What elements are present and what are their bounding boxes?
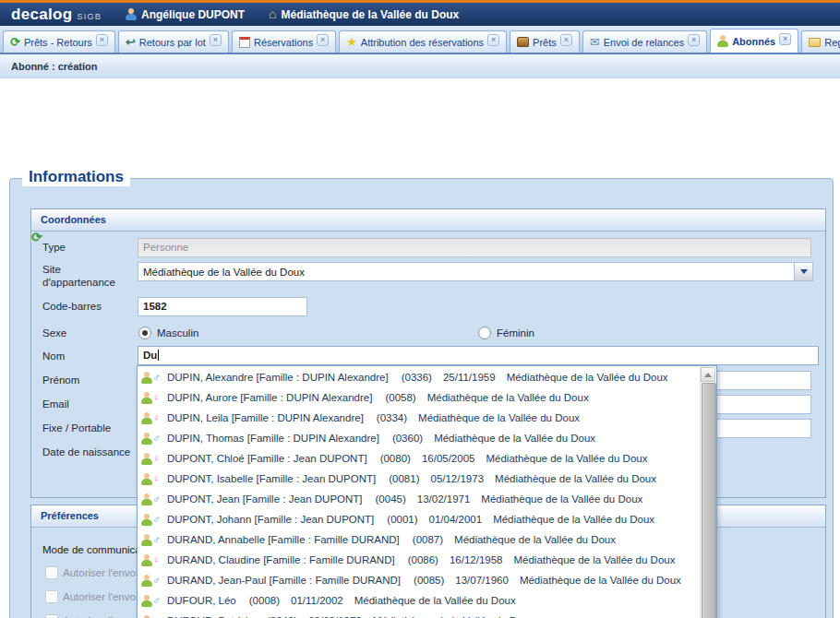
person-green-icon xyxy=(141,554,152,566)
subscriber-site: Médiathèque de la Vallée du Doux xyxy=(513,554,675,565)
app: decalog SIGB Angélique DUPONT ⌂ Médiathè… xyxy=(0,0,840,618)
tab-label: Attribution des réservations xyxy=(361,37,484,48)
list-item[interactable]: ♀DUFOUR, Patricia(0046)02/02/1972Médiath… xyxy=(138,611,700,618)
text-caret xyxy=(158,350,159,361)
subscriber-site: Médiathèque de la Vallée du Doux xyxy=(495,473,656,484)
close-icon[interactable]: × xyxy=(210,34,222,46)
tab-envoi-de-relances[interactable]: ✉Envoi de relances× xyxy=(582,30,707,53)
dropdown-list: ♂DUPIN, Alexandre [Famille : DUPIN Alexa… xyxy=(138,367,700,618)
subscriber-site: Médiathèque de la Vallée du Doux xyxy=(354,595,516,606)
person-green-icon xyxy=(141,392,152,404)
list-item[interactable]: ♂DUPONT, Jean [Famille : Jean DUPONT](00… xyxy=(138,489,700,509)
site-select[interactable]: Médiathèque de la Vallée du Doux xyxy=(138,262,813,281)
tab-label: Prêts xyxy=(533,37,557,48)
subscriber-birthdate: 16/05/2005 xyxy=(422,453,475,464)
subscriber-name: DUFOUR, Léo xyxy=(167,595,236,606)
refresh-icon[interactable]: ⟳ xyxy=(31,232,42,244)
list-item[interactable]: ♀DURAND, Claudine [Famille : Famille DUR… xyxy=(138,550,700,570)
barcode-field[interactable]: 1582 xyxy=(138,297,307,316)
male-icon: ♂ xyxy=(152,534,161,546)
site-select-value: Médiathèque de la Vallée du Doux xyxy=(138,267,794,278)
star-icon: ★ xyxy=(346,36,357,48)
barcode-value: 1582 xyxy=(143,301,167,312)
close-icon[interactable]: × xyxy=(317,34,329,46)
tab-pr-ts-retours[interactable]: ⟳Prêts - Retours× xyxy=(3,30,115,53)
subscriber-name: DURAND, Claudine [Famille : Famille DURA… xyxy=(167,554,395,565)
close-icon[interactable]: × xyxy=(487,34,499,46)
tab-label: Abonnés xyxy=(732,36,775,47)
male-icon: ♂ xyxy=(152,595,161,607)
list-item[interactable]: ♂DURAND, Annabelle [Famille : Famille DU… xyxy=(138,529,700,550)
female-icon: ♀ xyxy=(152,615,161,618)
site-select-button[interactable] xyxy=(794,263,812,280)
person-green-icon xyxy=(717,35,728,47)
current-user-label: Angélique DUPONT xyxy=(141,8,245,21)
tab-attribution-des-r-servations[interactable]: ★Attribution des réservations× xyxy=(339,30,507,53)
sexe-label: Sexe xyxy=(42,327,66,339)
checkbox[interactable] xyxy=(45,614,58,618)
nom-label: Nom xyxy=(42,351,65,362)
subscriber-name: DUPIN, Aurore [Famille : DUPIN Alexandre… xyxy=(167,392,372,403)
list-item[interactable]: ♂DUPIN, Thomas [Famille : DUPIN Alexandr… xyxy=(138,428,700,448)
radio-masculin[interactable] xyxy=(138,327,151,339)
subscriber-name: DUPIN, Alexandre [Famille : DUPIN Alexan… xyxy=(167,372,389,383)
male-icon: ♂ xyxy=(152,514,161,526)
scroll-up-button[interactable] xyxy=(701,367,715,382)
subscriber-birthdate: 13/02/1971 xyxy=(417,493,471,505)
barcode-label: Code-barres xyxy=(42,301,102,312)
nom-field[interactable]: Du xyxy=(138,346,819,365)
close-icon[interactable]: × xyxy=(560,34,572,46)
app-logo-suffix: SIGB xyxy=(77,11,102,21)
home-icon: ⌂ xyxy=(269,8,276,20)
dropdown-scrollbar[interactable] xyxy=(700,367,715,618)
radio-masculin-label: Masculin xyxy=(157,327,198,339)
current-user[interactable]: Angélique DUPONT xyxy=(126,8,245,21)
person-green-icon xyxy=(141,493,152,505)
checkbox[interactable] xyxy=(45,590,58,603)
list-item[interactable]: ♀DUPONT, Chloé [Famille : Jean DUPONT](0… xyxy=(138,448,700,469)
list-item[interactable]: ♀DUPONT, Isabelle [Famille : Jean DUPONT… xyxy=(138,469,700,489)
page-title: Informations xyxy=(22,168,130,186)
female-icon: ♀ xyxy=(152,554,161,566)
breadcrumb: Abonné : création xyxy=(0,54,840,78)
prenom-label: Prénom xyxy=(42,374,79,386)
nom-value: Du xyxy=(143,350,157,361)
subscriber-code: (0085) xyxy=(414,575,444,586)
list-item[interactable]: ♂DUFOUR, Léo(0008)01/11/2002Médiathèque … xyxy=(138,590,700,611)
tab-pr-ts[interactable]: Prêts× xyxy=(510,30,580,53)
person-green-icon xyxy=(141,372,152,384)
male-icon: ♂ xyxy=(152,575,161,587)
subscriber-code: (0087) xyxy=(413,534,443,545)
scrollbar-thumb[interactable] xyxy=(702,383,716,618)
subscriber-birthdate: 05/12/1973 xyxy=(430,473,484,484)
close-icon[interactable]: × xyxy=(688,34,700,46)
close-icon[interactable]: × xyxy=(96,34,108,46)
tab-r-servations[interactable]: Réservations× xyxy=(232,30,336,53)
list-item[interactable]: ♀DUPIN, Leila [Famille : DUPIN Alexandre… xyxy=(138,408,700,428)
checkbox[interactable] xyxy=(45,566,58,579)
list-item[interactable]: ♂DUPIN, Alexandre [Famille : DUPIN Alexa… xyxy=(138,367,700,387)
subscriber-name: DUPONT, Chloé [Famille : Jean DUPONT] xyxy=(167,453,367,464)
radio-feminin[interactable] xyxy=(478,327,491,339)
male-icon: ♂ xyxy=(152,372,161,384)
subscriber-site: Médiathèque de la Vallée du Doux xyxy=(454,534,616,545)
subscriber-site: Médiathèque de la Vallée du Doux xyxy=(507,372,668,383)
close-icon[interactable]: × xyxy=(779,33,791,45)
person-green-icon xyxy=(141,412,152,424)
type-value: Personne xyxy=(143,242,188,253)
person-green-icon xyxy=(141,433,152,445)
tab-retours-par-lot[interactable]: ↩Retours par lot× xyxy=(118,30,229,53)
person-green-icon xyxy=(141,575,152,587)
list-item[interactable]: ♂DURAND, Jean-Paul [Famille : Famille DU… xyxy=(138,570,700,590)
tab-regroupem[interactable]: Regroupem xyxy=(801,30,840,53)
current-site[interactable]: ⌂ Médiathèque de la Vallée du Doux xyxy=(269,8,459,21)
app-logo: decalog xyxy=(11,6,72,24)
female-icon: ♀ xyxy=(152,453,161,465)
male-icon: ♂ xyxy=(152,493,161,505)
email-label: Email xyxy=(42,398,69,410)
subscriber-site: Médiathèque de la Vallée du Doux xyxy=(520,575,681,586)
list-item[interactable]: ♀DUPIN, Aurore [Famille : DUPIN Alexandr… xyxy=(138,387,700,408)
list-item[interactable]: ♂DUPONT, Johann [Famille : Jean DUPONT](… xyxy=(138,509,700,529)
person-green-icon xyxy=(141,514,152,526)
tab-abonn-s[interactable]: Abonnés× xyxy=(710,29,798,53)
